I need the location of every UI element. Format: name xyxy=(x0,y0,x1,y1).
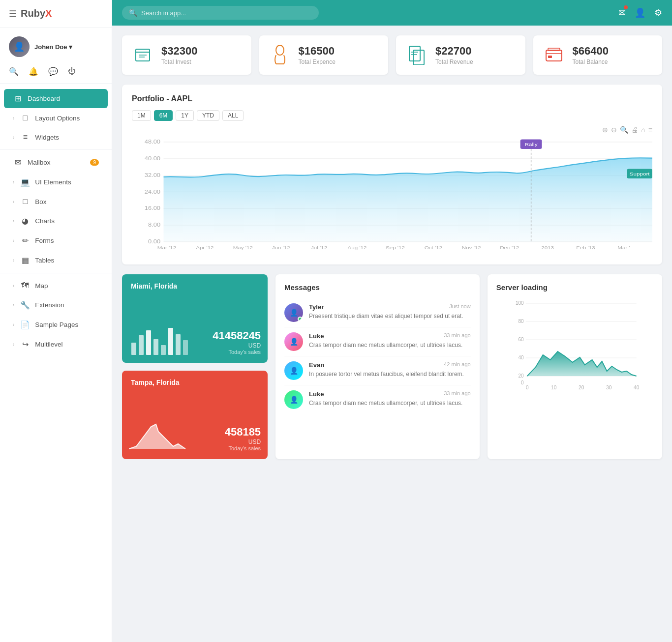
tampa-area-chart xyxy=(129,422,188,451)
msg-name: Tyler xyxy=(309,303,324,311)
stat-label: Total Revenue xyxy=(435,58,473,65)
search-icon: 🔍 xyxy=(129,9,137,17)
svg-text:Apr '12: Apr '12 xyxy=(196,245,214,250)
sidebar-item-widgets[interactable]: › ≡ Widgets xyxy=(4,128,108,146)
sidebar-item-forms[interactable]: › ✏ Forms xyxy=(4,231,108,250)
mailbox-badge: 9 xyxy=(90,159,99,166)
sidebar-item-ui-elements[interactable]: › 💻 UI Elements xyxy=(4,173,108,192)
luke2-message: Luke 33 min ago Cras tempor diam nec met… xyxy=(309,390,471,409)
sidebar-item-box[interactable]: › □ Box xyxy=(4,192,108,211)
filter-ytd[interactable]: YTD xyxy=(197,110,219,121)
msg-time: 33 min ago xyxy=(444,390,470,398)
portfolio-title: Portfolio - AAPL xyxy=(132,94,652,103)
zoom-out-icon[interactable]: ⊖ xyxy=(611,126,617,134)
svg-text:Support: Support xyxy=(630,171,650,176)
mail-icon[interactable]: ✉ xyxy=(618,7,626,18)
menu-dots-icon[interactable]: ≡ xyxy=(648,126,652,134)
svg-text:32.00: 32.00 xyxy=(145,172,161,178)
sidebar-item-mailbox[interactable]: ✉ Mailbox 9 xyxy=(4,153,108,172)
svg-text:Dec '12: Dec '12 xyxy=(500,245,519,250)
msg-header: Tyler Just now xyxy=(309,303,471,311)
filter-6m[interactable]: 6M xyxy=(154,110,173,121)
content-area: $32300 Total Invest $16500 Total Expenc xyxy=(112,26,672,642)
expense-icon xyxy=(269,44,291,66)
print-icon[interactable]: 🖨 xyxy=(631,126,638,134)
miami-title: Miami, Florida xyxy=(131,282,259,290)
power-action-icon[interactable]: ⏻ xyxy=(68,67,76,76)
user-icon[interactable]: 👤 xyxy=(635,7,645,18)
svg-rect-49 xyxy=(153,339,158,355)
sidebar-item-multilevel[interactable]: › ↪ Multilevel xyxy=(4,335,108,354)
sidebar-item-map[interactable]: › 🗺 Map xyxy=(4,276,108,295)
stat-label: Total Balance xyxy=(573,58,609,65)
svg-rect-53 xyxy=(183,340,188,355)
search-action-icon[interactable]: 🔍 xyxy=(9,67,19,76)
svg-rect-11 xyxy=(548,48,560,51)
server-title: Server loading xyxy=(496,283,653,292)
sidebar-item-layout-options[interactable]: › □ Layout Options xyxy=(4,109,108,127)
sample-pages-icon: 📄 xyxy=(20,320,30,329)
svg-text:2013: 2013 xyxy=(541,245,554,250)
svg-text:40: 40 xyxy=(634,385,640,390)
main-area: 🔍 Search in app... ✉ 👤 ⚙ xyxy=(112,0,672,642)
arrow-icon: › xyxy=(13,342,14,347)
extension-icon: 🔧 xyxy=(20,300,30,310)
svg-rect-6 xyxy=(409,46,420,61)
miami-label: Today's sales xyxy=(213,349,261,355)
zoom-in-icon[interactable]: ⊕ xyxy=(602,126,608,134)
svg-rect-48 xyxy=(146,330,151,355)
sidebar-item-label: Extension xyxy=(35,301,64,309)
messages-title: Messages xyxy=(284,283,471,292)
sidebar-item-extension[interactable]: › 🔧 Extension xyxy=(4,295,108,315)
topbar-right: ✉ 👤 ⚙ xyxy=(618,7,662,18)
svg-text:40: 40 xyxy=(518,355,524,360)
topbar: 🔍 Search in app... ✉ 👤 ⚙ xyxy=(112,0,672,26)
svg-text:8.00: 8.00 xyxy=(148,222,160,228)
sidebar-item-charts[interactable]: › ◕ Charts xyxy=(4,211,108,231)
tampa-currency: USD xyxy=(225,438,261,445)
profile-name[interactable]: Johen Doe ▾ xyxy=(34,43,72,51)
filter-all[interactable]: ALL xyxy=(222,110,244,121)
notification-action-icon[interactable]: 🔔 xyxy=(29,67,38,76)
filter-1m[interactable]: 1M xyxy=(132,110,151,121)
svg-rect-52 xyxy=(176,334,181,355)
tables-icon: ▦ xyxy=(20,256,30,265)
home-icon[interactable]: ⌂ xyxy=(641,126,645,134)
nav-divider xyxy=(0,149,112,150)
menu-icon[interactable]: ☰ xyxy=(9,8,17,19)
stat-info: $16500 Total Expence xyxy=(299,45,336,65)
server-chart-area: 100 80 60 40 20 0 0 10 20 30 40 xyxy=(496,298,653,397)
search-bar[interactable]: 🔍 Search in app... xyxy=(122,6,319,20)
settings-icon[interactable]: ⚙ xyxy=(654,7,662,18)
sidebar-item-sample-pages[interactable]: › 📄 Sample Pages xyxy=(4,315,108,334)
svg-rect-46 xyxy=(131,343,136,355)
tampa-label: Today's sales xyxy=(225,445,261,451)
chat-action-icon[interactable]: 💬 xyxy=(48,67,58,76)
sidebar-item-label: UI Elements xyxy=(35,178,71,186)
sidebar-item-label: Multilevel xyxy=(35,341,62,348)
svg-point-4 xyxy=(276,45,284,55)
msg-text: Cras tempor diam nec metus ullamcorper, … xyxy=(309,341,471,350)
stat-card-revenue: $22700 Total Revenue xyxy=(396,35,525,75)
miami-bar-chart xyxy=(129,325,188,355)
zoom-icon[interactable]: 🔍 xyxy=(620,126,628,134)
sidebar-item-dashboard[interactable]: ⊞ Dashboard xyxy=(4,89,108,108)
svg-text:0.00: 0.00 xyxy=(148,238,160,245)
app-logo: RubyX xyxy=(21,8,52,19)
svg-text:0: 0 xyxy=(526,385,529,390)
svg-rect-13 xyxy=(548,56,552,58)
arrow-icon: › xyxy=(13,302,14,308)
sidebar-header: ☰ RubyX xyxy=(0,0,112,28)
mailbox-icon: ✉ xyxy=(13,158,23,167)
stat-info: $66400 Total Balance xyxy=(573,45,609,65)
stat-label: Total Invest xyxy=(161,58,197,65)
svg-text:40.00: 40.00 xyxy=(145,155,161,162)
sidebar-item-label: Layout Options xyxy=(35,115,80,122)
filter-1y[interactable]: 1Y xyxy=(176,110,194,121)
stat-info: $22700 Total Revenue xyxy=(435,45,473,65)
sidebar-item-label: Forms xyxy=(35,237,54,244)
sidebar-item-tables[interactable]: › ▦ Tables xyxy=(4,251,108,270)
message-item: 👤 Luke 33 min ago Cras tempor diam nec m… xyxy=(284,385,471,414)
msg-text: In posuere tortor vel metus faucibus, el… xyxy=(309,370,471,379)
arrow-icon: › xyxy=(13,218,14,224)
